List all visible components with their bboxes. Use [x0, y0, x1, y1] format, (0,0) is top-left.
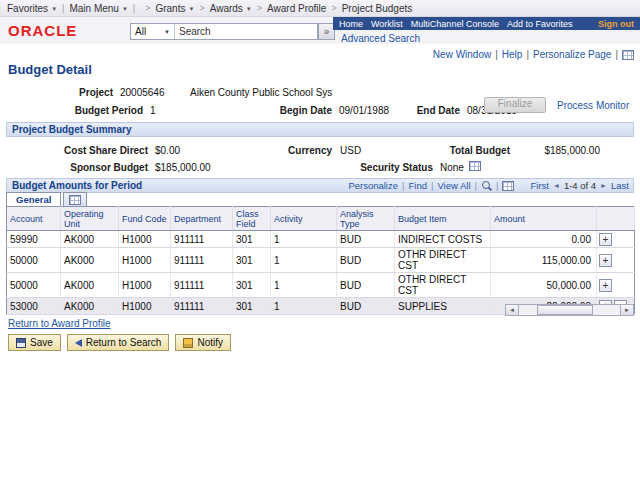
column-amount[interactable]: Amount: [491, 207, 597, 231]
column-department[interactable]: Department: [171, 207, 233, 231]
return-to-award-profile-link[interactable]: Return to Award Profile: [8, 318, 111, 329]
cell-department: 911111: [171, 298, 233, 315]
cell-class-field: 301: [233, 248, 271, 273]
process-monitor-link[interactable]: Process Monitor: [557, 100, 629, 111]
column-budget-item[interactable]: Budget Item: [395, 207, 491, 231]
save-label: Save: [30, 337, 53, 348]
finalize-button[interactable]: Finalize: [484, 97, 546, 113]
project-value: 20005646: [120, 87, 165, 98]
personalize-page-link[interactable]: Personalize Page: [533, 49, 611, 60]
cell-row-actions: +−: [597, 273, 635, 298]
nav-worklist-link[interactable]: Worklist: [371, 19, 403, 29]
table-row: 59990 AK000 H1000 911111 301 1 BUD INDIR…: [7, 231, 635, 248]
pagebar-separator: |: [526, 49, 529, 60]
nav-multichannel-console-link[interactable]: MultiChannel Console: [411, 19, 499, 29]
scroll-right-arrow[interactable]: ►: [620, 305, 633, 315]
scrollbar-track[interactable]: [519, 305, 620, 315]
grid-section-header: Budget Amounts for Period Personalize | …: [6, 178, 634, 193]
new-window-link[interactable]: New Window: [433, 49, 491, 60]
grid-tabs: General: [6, 192, 87, 207]
table-row: 50000 AK000 H1000 911111 301 1 BUD OTHR …: [7, 248, 635, 273]
end-date-label: End Date: [405, 105, 460, 116]
column-operating-unit[interactable]: Operating Unit: [61, 207, 119, 231]
first-link[interactable]: First: [530, 179, 548, 192]
download-icon[interactable]: [502, 181, 514, 191]
breadcrumb-main-menu[interactable]: Main Menu▼: [69, 3, 127, 14]
cell-analysis-type: BUD: [337, 273, 395, 298]
breadcrumb-project-budgets[interactable]: Project Budgets: [342, 3, 413, 14]
security-detail-icon[interactable]: [469, 161, 481, 171]
add-row-button[interactable]: +: [599, 254, 612, 267]
summary-section-header: Project Budget Summary: [6, 122, 634, 137]
oracle-logo: ORACLE: [8, 22, 77, 39]
add-row-button[interactable]: +: [599, 279, 612, 292]
breadcrumb-awards[interactable]: Awards▼: [210, 3, 252, 14]
advanced-search-link[interactable]: Advanced Search: [341, 33, 420, 44]
tab-general[interactable]: General: [6, 192, 61, 207]
breadcrumb-grants[interactable]: Grants▼: [155, 3, 194, 14]
column-row-actions: [597, 207, 635, 231]
breadcrumb-favorites[interactable]: Favorites▼: [7, 3, 57, 14]
last-link[interactable]: Last: [611, 179, 629, 192]
cell-class-field: 301: [233, 231, 271, 248]
row-range: 1-4 of 4: [564, 179, 596, 192]
breadcrumb-gt: >: [331, 3, 336, 13]
next-page-icon[interactable]: ►: [600, 179, 607, 192]
search-input[interactable]: [175, 26, 317, 37]
currency-label: Currency: [272, 145, 332, 156]
column-fund-code[interactable]: Fund Code: [119, 207, 171, 231]
cell-department: 911111: [171, 231, 233, 248]
column-activity[interactable]: Activity: [271, 207, 337, 231]
help-link[interactable]: Help: [502, 49, 523, 60]
tab-show-all-columns[interactable]: [63, 192, 87, 207]
nav-home-link[interactable]: Home: [339, 19, 363, 29]
personalize-link[interactable]: Personalize: [348, 179, 398, 192]
copy-url-icon[interactable]: [622, 50, 634, 60]
scrollbar-thumb[interactable]: [537, 305, 593, 315]
cell-activity: 1: [271, 273, 337, 298]
save-button[interactable]: Save: [8, 334, 61, 351]
budget-period-value: 1: [150, 105, 156, 116]
notify-button[interactable]: Notify: [175, 334, 231, 351]
column-analysis-type[interactable]: Analysis Type: [337, 207, 395, 231]
scroll-left-arrow[interactable]: ◄: [506, 305, 519, 315]
cell-operating-unit: AK000: [61, 298, 119, 315]
breadcrumb-award-profile[interactable]: Award Profile: [267, 3, 326, 14]
breadcrumb: Favorites▼ | Main Menu▼ | > Grants▼ > Aw…: [0, 0, 640, 17]
column-class-field[interactable]: Class Field: [233, 207, 271, 231]
sponsor-budget-value: $185,000.00: [155, 162, 211, 173]
cell-class-field: 301: [233, 273, 271, 298]
previous-page-icon[interactable]: ◄: [553, 179, 560, 192]
zoom-grid-icon[interactable]: [481, 180, 492, 191]
sign-out-link[interactable]: Sign out: [598, 19, 634, 29]
column-account[interactable]: Account: [7, 207, 61, 231]
search-scope-dropdown[interactable]: All▼: [131, 24, 175, 39]
grid-toolbar: Personalize | Find | View All | | First …: [348, 179, 629, 192]
project-label: Project: [60, 87, 113, 98]
cell-account: 53000: [7, 298, 61, 315]
breadcrumb-gt: >: [257, 3, 262, 13]
grid-title: Budget Amounts for Period: [12, 179, 142, 192]
nav-add-to-favorites-link[interactable]: Add to Favorites: [507, 19, 573, 29]
find-link[interactable]: Find: [408, 179, 426, 192]
grid-horizontal-scrollbar: ◄ ►: [505, 304, 634, 316]
cost-share-direct-label: Cost Share Direct: [40, 145, 148, 156]
favorites-label: Favorites: [7, 3, 48, 14]
toolbar-separator: |: [431, 179, 433, 192]
chevron-down-icon: ▼: [164, 29, 170, 35]
main-menu-label: Main Menu: [69, 3, 118, 14]
cell-department: 911111: [171, 273, 233, 298]
view-all-link[interactable]: View All: [437, 179, 470, 192]
cell-row-actions: +−: [597, 248, 635, 273]
notify-icon: [183, 338, 193, 348]
budget-detail-page: Favorites▼ | Main Menu▼ | > Grants▼ > Aw…: [0, 0, 640, 480]
toolbar-separator: |: [496, 179, 498, 192]
page-title: Budget Detail: [8, 62, 92, 77]
cell-row-actions: +−: [597, 231, 635, 248]
search-scope-value: All: [135, 26, 146, 37]
breadcrumb-gt: >: [199, 3, 204, 13]
return-to-search-button[interactable]: Return to Search: [67, 334, 170, 351]
add-row-button[interactable]: +: [599, 233, 612, 246]
grants-label: Grants: [155, 3, 185, 14]
notify-label: Notify: [197, 337, 223, 348]
